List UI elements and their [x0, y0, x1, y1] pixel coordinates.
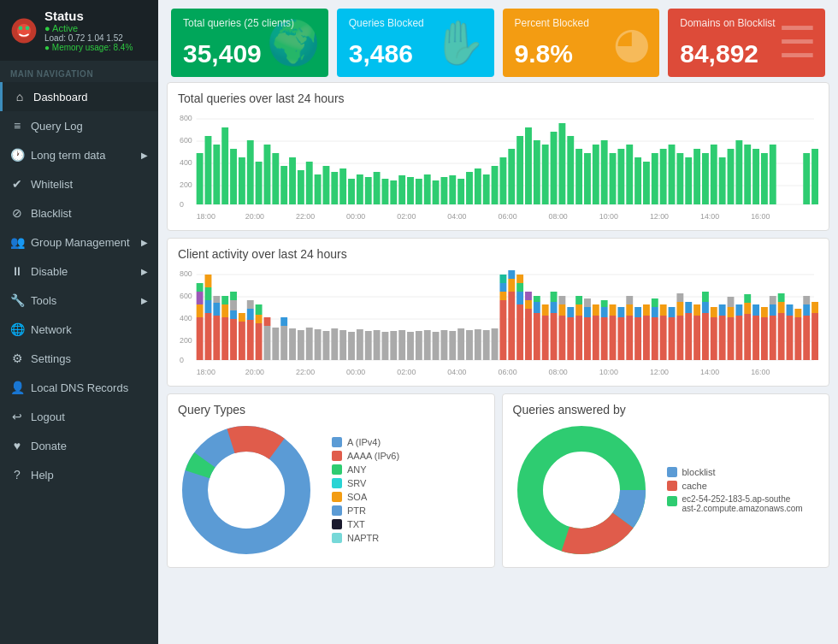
svg-rect-251 [787, 316, 794, 360]
svg-rect-232 [719, 304, 726, 316]
nav-help[interactable]: ? Help [0, 460, 158, 489]
legend-ipv4: A (IPv4) [332, 437, 399, 447]
svg-rect-253 [794, 317, 801, 360]
svg-text:10:00: 10:00 [599, 212, 618, 221]
svg-rect-138 [289, 328, 296, 360]
client-activity-chart-title: Client activity over last 24 hours [178, 247, 818, 261]
svg-rect-34 [365, 177, 372, 204]
svg-rect-57 [558, 123, 565, 204]
svg-rect-115 [213, 316, 220, 360]
svg-rect-14 [197, 153, 204, 204]
svg-text:18:00: 18:00 [197, 368, 215, 376]
svg-rect-162 [492, 328, 499, 360]
svg-rect-224 [693, 316, 700, 360]
svg-rect-130 [256, 323, 263, 360]
nav-disable[interactable]: ⏸ Disable ▶ [0, 257, 158, 286]
nav-logout[interactable]: ↩ Logout [0, 402, 158, 431]
svg-text:0: 0 [180, 356, 184, 364]
svg-rect-51 [508, 149, 515, 204]
svg-text:600: 600 [180, 136, 192, 145]
nav-local-dns[interactable]: 👤 Local DNS Records [0, 373, 158, 402]
query-types-chart: Query Types A (IPv4) [167, 393, 495, 568]
nav-long-term-data[interactable]: 🕐 Long term data ▶ [0, 140, 158, 169]
svg-rect-235 [728, 297, 735, 307]
svg-rect-19 [239, 157, 245, 204]
svg-rect-198 [601, 317, 608, 360]
svg-text:14:00: 14:00 [700, 368, 719, 376]
svg-rect-222 [685, 313, 692, 360]
svg-point-275 [209, 452, 284, 528]
svg-rect-208 [634, 317, 641, 360]
svg-text:600: 600 [180, 292, 192, 300]
svg-rect-188 [567, 317, 574, 360]
svg-text:04:00: 04:00 [447, 212, 466, 221]
svg-rect-21 [256, 162, 263, 204]
chevron-icon: ▶ [141, 151, 148, 160]
svg-rect-256 [803, 304, 810, 316]
svg-rect-149 [381, 332, 388, 360]
svg-rect-29 [323, 166, 330, 204]
nav-settings[interactable]: ⚙ Settings [0, 344, 158, 373]
svg-rect-199 [601, 307, 608, 317]
svg-rect-23 [272, 153, 279, 204]
query-log-icon: ≡ [10, 119, 24, 133]
svg-rect-137 [280, 317, 287, 326]
nav-whitelist[interactable]: ✔ Whitelist [0, 169, 158, 198]
svg-rect-140 [306, 328, 313, 360]
svg-rect-174 [525, 309, 532, 360]
svg-rect-52 [516, 136, 523, 204]
dashboard-icon: ⌂ [13, 90, 27, 103]
svg-rect-107 [197, 317, 204, 360]
svg-rect-191 [575, 304, 582, 316]
svg-rect-217 [669, 317, 676, 360]
svg-rect-15 [205, 136, 212, 204]
status-title: Status [44, 9, 133, 23]
svg-rect-128 [247, 309, 254, 320]
svg-rect-165 [499, 283, 506, 292]
nav-network[interactable]: 🌐 Network [0, 315, 158, 344]
svg-rect-238 [744, 314, 751, 360]
svg-rect-67 [643, 162, 650, 204]
nav-query-log[interactable]: ≡ Query Log [0, 111, 158, 140]
svg-rect-258 [811, 313, 818, 360]
svg-rect-167 [508, 292, 515, 360]
svg-rect-252 [787, 304, 794, 316]
svg-rect-39 [407, 177, 414, 204]
svg-rect-54 [534, 140, 540, 204]
nav-dashboard[interactable]: ⌂ Dashboard [0, 82, 158, 111]
svg-rect-62 [601, 140, 608, 204]
svg-text:16:00: 16:00 [751, 212, 770, 221]
svg-text:22:00: 22:00 [296, 212, 315, 221]
svg-rect-127 [247, 320, 254, 360]
main-content: Total queries (25 clients) 35,409 🌍 Quer… [158, 0, 838, 644]
svg-rect-196 [593, 316, 599, 360]
status-info: Status ● Active Load: 0.72 1.04 1.52 ● M… [44, 9, 133, 52]
stat-total-queries: Total queries (25 clients) 35,409 🌍 [171, 9, 328, 77]
svg-rect-172 [516, 283, 523, 292]
whitelist-icon: ✔ [10, 177, 24, 191]
svg-rect-68 [652, 153, 658, 204]
svg-rect-71 [676, 153, 683, 204]
client-activity-chart-section: Client activity over last 24 hours 800 6… [167, 238, 829, 387]
svg-rect-195 [584, 298, 591, 307]
svg-rect-27 [306, 162, 313, 204]
svg-rect-230 [711, 307, 717, 317]
svg-rect-227 [702, 302, 709, 313]
nav-donate[interactable]: ♥ Donate [0, 431, 158, 460]
disable-icon: ⏸ [10, 264, 24, 278]
nav-blacklist[interactable]: ⊘ Blacklist [0, 198, 158, 227]
svg-rect-143 [331, 328, 338, 360]
svg-text:06:00: 06:00 [499, 368, 517, 376]
nav-tools[interactable]: 🔧 Tools ▶ [0, 286, 158, 315]
legend-naptr: NAPTR [332, 533, 399, 543]
svg-rect-84 [811, 149, 818, 204]
svg-text:400: 400 [180, 158, 192, 167]
svg-rect-225 [693, 304, 700, 316]
svg-rect-50 [499, 157, 506, 204]
svg-rect-16 [213, 145, 220, 204]
svg-rect-37 [390, 180, 397, 204]
svg-rect-248 [778, 313, 785, 360]
local-dns-icon: 👤 [10, 381, 24, 394]
nav-group-management[interactable]: 👥 Group Management ▶ [0, 227, 158, 257]
svg-rect-213 [652, 307, 658, 317]
